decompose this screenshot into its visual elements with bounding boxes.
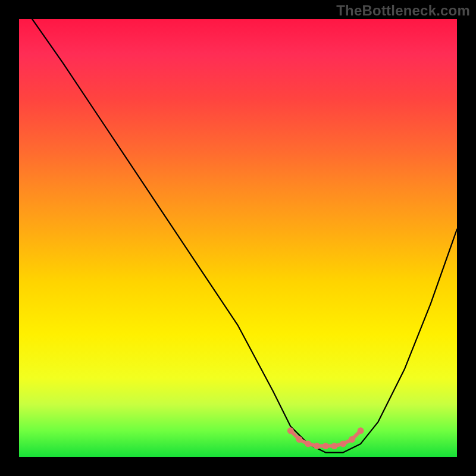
optimal-band-dot: [358, 427, 364, 434]
optimal-band-dot: [322, 443, 329, 449]
optimal-band-dot: [305, 440, 311, 447]
chart-frame: TheBottleneck.com: [0, 0, 476, 476]
optimal-band-dot: [340, 440, 346, 447]
watermark-text: TheBottleneck.com: [336, 2, 470, 19]
optimal-band-dot: [287, 427, 294, 434]
curve-path: [32, 19, 457, 453]
optimal-band-dot: [349, 436, 355, 443]
curve-layer: [19, 19, 457, 457]
optimal-band-dot: [296, 436, 303, 443]
optimal-band-markers: [287, 427, 364, 449]
optimal-band-dot: [331, 443, 337, 449]
optimal-band-dot: [314, 443, 320, 449]
plot-area: [19, 19, 457, 457]
